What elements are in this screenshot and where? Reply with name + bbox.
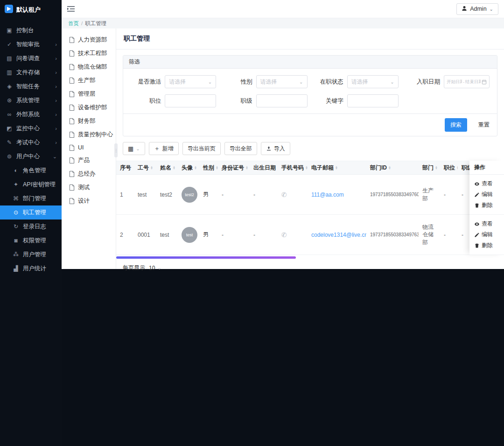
edit-button[interactable]: 编辑 xyxy=(474,231,493,239)
sort-icon[interactable]: ▲▼ xyxy=(335,166,338,170)
sidebar-item-dept-mgmt[interactable]: ⌘ 部门管理 xyxy=(0,191,62,205)
dept-tree-item[interactable]: 设备维护部 xyxy=(62,101,116,114)
sidebar-item-permission-mgmt[interactable]: ◙ 权限管理 xyxy=(0,234,62,248)
sidebar-item-external[interactable]: ∞ 外部系统 › xyxy=(0,107,62,121)
chevron-down-icon: ⌄ xyxy=(157,265,161,270)
sidebar-item-role-mgmt[interactable]: ◐ 角色管理 xyxy=(0,163,62,177)
delete-button[interactable]: 删除 xyxy=(474,201,493,209)
sidebar-item-user-mgmt[interactable]: ⁂ 用户管理 xyxy=(0,248,62,262)
dept-tree-item[interactable]: 管理层 xyxy=(62,87,116,101)
lock-icon: ◙ xyxy=(13,237,19,244)
active-select[interactable]: 请选择 ⌄ xyxy=(165,75,216,88)
dept-tree-item[interactable]: 质量控制中心 xyxy=(62,128,116,142)
tenant-name: 默认租户 xyxy=(16,6,41,14)
row-actions: 查看 编辑 删除 xyxy=(469,215,504,255)
add-button[interactable]: ＋ 新增 xyxy=(149,142,179,155)
edit-button[interactable]: 编辑 xyxy=(474,191,493,198)
dept-tree-item[interactable]: 物流仓储部 xyxy=(62,60,116,74)
import-button[interactable]: 导入 xyxy=(261,142,290,155)
avatar: test xyxy=(182,227,197,243)
tenant-header: 默认租户 xyxy=(0,0,62,20)
user-group-icon: ⁂ xyxy=(13,251,19,258)
dept-tree-item[interactable]: 产品 xyxy=(62,154,116,167)
chevron-right-icon: › xyxy=(55,84,57,89)
collapse-sidebar-icon[interactable] xyxy=(67,6,75,12)
keyword-filter-label: 关键字 xyxy=(326,97,343,105)
hire-date-range-picker[interactable]: 开始日期 - 结束日期 xyxy=(444,75,490,88)
sidebar-item-user-center[interactable]: ⊚ 用户中心 ⌄ xyxy=(0,149,62,163)
app-window: 默认租户 ▣ 控制台 ✓ 智能审批 › ▤ 问卷调查 › ▥ 文件存储 › xyxy=(0,0,504,446)
view-button[interactable]: 查看 xyxy=(474,220,493,228)
sort-icon[interactable]: ▲▼ xyxy=(150,166,153,170)
status-select[interactable]: 请选择 ⌄ xyxy=(347,75,399,88)
breadcrumb-home[interactable]: 首页 xyxy=(68,20,79,27)
dept-tree-item[interactable]: 设计 xyxy=(62,194,116,208)
dept-tree-item[interactable]: UI xyxy=(62,142,116,154)
sidebar-item-login-logs[interactable]: ↻ 登录日志 xyxy=(0,219,62,234)
email-link[interactable]: codelove1314@live.cn xyxy=(311,232,366,238)
sidebar-item-file-storage[interactable]: ▥ 文件存储 › xyxy=(0,65,62,79)
sidebar-item-approval[interactable]: ✓ 智能审批 › xyxy=(0,37,62,51)
eye-icon xyxy=(474,181,480,187)
sidebar-item-employee-mgmt[interactable]: ⊙ 职工管理 xyxy=(0,205,62,219)
document-icon xyxy=(69,50,75,57)
search-button[interactable]: 搜索 xyxy=(445,118,467,132)
edit-icon xyxy=(474,192,480,198)
role-icon: ◐ xyxy=(13,167,19,174)
view-button[interactable]: 查看 xyxy=(474,180,493,188)
chevron-right-icon: › xyxy=(55,42,57,47)
department-tree-panel: 人力资源部 技术工程部 物流仓储部 生产部 管理层 设备维护部 财务部 质量控制… xyxy=(62,28,116,269)
sort-icon[interactable]: ▲▼ xyxy=(388,166,391,170)
export-all-button[interactable]: 导出全部 xyxy=(224,142,257,155)
breadcrumb-current: 职工管理 xyxy=(85,20,106,27)
phone-icon: ✆ xyxy=(281,191,287,198)
panel-resize-handle[interactable]: ⋮ xyxy=(114,143,118,157)
export-current-page-button[interactable]: 导出当前页 xyxy=(182,142,221,155)
sidebar-item-monitor[interactable]: ◩ 监控中心 › xyxy=(0,121,62,135)
rank-input[interactable] xyxy=(256,94,308,107)
document-icon xyxy=(69,145,75,151)
reset-button[interactable]: 重置 xyxy=(478,121,490,129)
employee-page: 职工管理 筛选 是否激活 请选择 ⌄ xyxy=(116,28,504,269)
dept-tree-item[interactable]: 人力资源部 xyxy=(62,33,116,47)
delete-button[interactable]: 删除 xyxy=(474,241,493,249)
sidebar-item-exam[interactable]: ✎ 考试中心 › xyxy=(0,135,62,149)
main-sidebar: 默认租户 ▣ 控制台 ✓ 智能审批 › ▤ 问卷调查 › ▥ 文件存储 › xyxy=(0,0,62,446)
sidebar-item-system[interactable]: ⊛ 系统管理 › xyxy=(0,93,62,107)
document-icon xyxy=(69,157,75,163)
sidebar-item-user-stats[interactable]: ▟ 用户统计 xyxy=(0,262,62,276)
column-settings-button[interactable]: ▦ ⌄ xyxy=(123,142,145,155)
stats-icon: ▟ xyxy=(13,265,19,272)
filter-panel-title: 筛选 xyxy=(123,56,497,69)
grid-icon: ▦ xyxy=(128,145,133,152)
sort-icon[interactable]: ▲▼ xyxy=(173,166,175,170)
dept-tree-item[interactable]: 测试 xyxy=(62,181,116,194)
user-menu-button[interactable]: Admin ⌄ xyxy=(456,3,498,15)
dept-tree-item[interactable]: 总经办 xyxy=(62,167,116,181)
filter-panel: 筛选 是否激活 请选择 ⌄ 性别 xyxy=(123,55,497,136)
sort-icon[interactable]: ▲▼ xyxy=(245,166,248,170)
hire-date-filter-label: 入职日期 xyxy=(417,78,440,86)
sidebar-item-tasks[interactable]: ◈ 智能任务 › xyxy=(0,79,62,93)
task-icon: ◈ xyxy=(6,83,13,90)
row-actions: 查看 编辑 删除 xyxy=(469,175,504,215)
calendar-icon xyxy=(482,79,487,85)
dept-tree-item[interactable]: 技术工程部 xyxy=(62,47,116,60)
gender-select[interactable]: 请选择 ⌄ xyxy=(256,75,308,88)
dept-tree-item[interactable]: 财务部 xyxy=(62,114,116,128)
sort-icon[interactable]: ▲▼ xyxy=(435,166,438,170)
dept-tree-item[interactable]: 生产部 xyxy=(62,74,116,87)
sidebar-item-survey[interactable]: ▤ 问卷调查 › xyxy=(0,51,62,65)
sidebar-item-api-keys[interactable]: ✦ API密钥管理 xyxy=(0,177,62,191)
main-column: Admin ⌄ 首页 / 职工管理 人力资源部 技术工程部 物流仓储部 生产部 … xyxy=(62,0,504,446)
avatar: test2 xyxy=(182,187,197,203)
document-icon xyxy=(69,78,75,84)
sort-icon[interactable]: ▲▼ xyxy=(194,166,197,170)
per-page-select[interactable]: 10 ⌄ xyxy=(149,265,161,271)
position-input[interactable] xyxy=(165,94,216,107)
keyword-input[interactable] xyxy=(347,94,399,107)
scrollbar-thumb[interactable] xyxy=(116,256,296,259)
email-link[interactable]: 111@aa.com xyxy=(311,191,344,198)
pagination: 每页显示 10 ⌄ xyxy=(116,256,504,279)
sidebar-item-console[interactable]: ▣ 控制台 xyxy=(0,23,62,37)
